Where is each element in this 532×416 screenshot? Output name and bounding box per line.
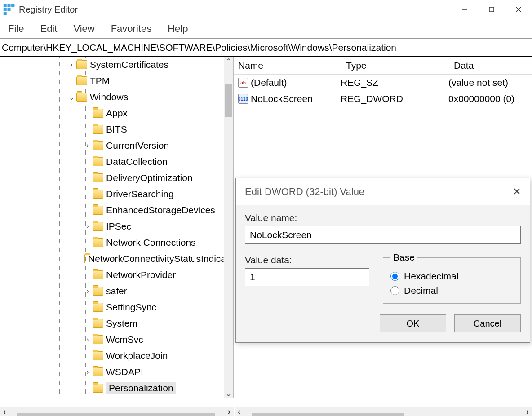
scroll-left-icon[interactable]: ‹ bbox=[0, 407, 9, 416]
menu-edit[interactable]: Edit bbox=[34, 20, 63, 37]
folder-icon bbox=[93, 141, 103, 150]
folder-icon bbox=[84, 254, 85, 263]
column-data[interactable]: Data bbox=[449, 60, 532, 71]
tree-item-workplacejoin[interactable]: WorkplaceJoin bbox=[0, 348, 225, 364]
chevron-right-icon[interactable]: › bbox=[84, 368, 92, 376]
tree-item-label: DriverSearching bbox=[106, 189, 174, 199]
edit-dword-dialog: Edit DWORD (32-bit) Value ✕ Value name: … bbox=[235, 178, 530, 343]
address-bar[interactable]: Computer\HKEY_LOCAL_MACHINE\SOFTWARE\Pol… bbox=[0, 39, 532, 57]
column-name[interactable]: Name bbox=[234, 60, 341, 71]
tree-item-ipsec[interactable]: ›IPSec bbox=[0, 218, 225, 235]
tree-item-label: Personalization bbox=[109, 383, 173, 393]
tree-item-wcmsvc[interactable]: ›WcmSvc bbox=[0, 332, 225, 348]
radio-decimal[interactable]: Decimal bbox=[390, 285, 513, 296]
folder-icon bbox=[93, 173, 103, 182]
menu-help[interactable]: Help bbox=[161, 20, 194, 37]
minimize-button[interactable] bbox=[451, 0, 478, 19]
tree-item-label: Appx bbox=[106, 108, 128, 118]
values-pane: Name Type Data ab(Default)REG_SZ(value n… bbox=[234, 57, 532, 398]
tree-item-safer[interactable]: ›safer bbox=[0, 283, 225, 299]
tree-item-label: WorkplaceJoin bbox=[106, 350, 168, 361]
tree-horizontal-scrollbar[interactable]: ‹ › bbox=[0, 407, 234, 416]
tree-item-wsdapi[interactable]: ›WSDAPI bbox=[0, 364, 225, 380]
values-horizontal-scrollbar[interactable]: ‹ › bbox=[235, 407, 532, 416]
chevron-right-icon[interactable]: › bbox=[84, 336, 92, 344]
tree-vertical-scrollbar[interactable]: ⌃ ⌄ bbox=[224, 57, 233, 398]
chevron-right-icon[interactable]: › bbox=[84, 142, 92, 150]
scroll-up-icon[interactable]: ⌃ bbox=[224, 57, 233, 66]
tree-item-personalization[interactable]: Personalization bbox=[0, 380, 225, 396]
column-type[interactable]: Type bbox=[341, 60, 449, 71]
scroll-right-icon[interactable]: › bbox=[225, 407, 234, 416]
tree-item-enhancedstoragedevices[interactable]: EnhancedStorageDevices bbox=[0, 202, 225, 218]
tree-item-settingsync[interactable]: SettingSync bbox=[0, 299, 225, 315]
value-name: (Default) bbox=[251, 77, 341, 88]
scroll-thumb[interactable] bbox=[225, 84, 232, 117]
menu-file[interactable]: File bbox=[2, 20, 30, 37]
tree-item-label: NetworkProvider bbox=[106, 270, 176, 280]
tree-item-system[interactable]: System bbox=[0, 315, 225, 332]
maximize-button[interactable] bbox=[478, 0, 505, 19]
tree-item-deliveryoptimization[interactable]: DeliveryOptimization bbox=[0, 170, 225, 186]
folder-icon bbox=[93, 125, 103, 134]
address-path: Computer\HKEY_LOCAL_MACHINE\SOFTWARE\Pol… bbox=[2, 42, 396, 53]
radio-hexadecimal[interactable]: Hexadecimal bbox=[390, 271, 513, 282]
value-data: 0x00000000 (0) bbox=[448, 93, 532, 104]
svg-point-6 bbox=[11, 4, 14, 7]
value-data-input[interactable] bbox=[245, 268, 369, 286]
tree-item-appx[interactable]: Appx bbox=[0, 105, 225, 121]
tree-item-label: System bbox=[106, 318, 137, 328]
values-header: Name Type Data bbox=[234, 57, 532, 75]
chevron-right-icon[interactable]: › bbox=[84, 222, 92, 230]
value-row[interactable]: ab(Default)REG_SZ(value not set) bbox=[234, 75, 532, 91]
tree-item-label: Windows bbox=[90, 92, 128, 102]
folder-icon bbox=[76, 76, 87, 85]
menu-view[interactable]: View bbox=[67, 20, 101, 37]
tree-item-label: IPSec bbox=[106, 221, 131, 231]
folder-icon bbox=[93, 206, 103, 215]
value-name-input[interactable] bbox=[245, 226, 521, 244]
tree-item-networkconnectivitystatusindicator[interactable]: NetworkConnectivityStatusIndicator bbox=[0, 251, 225, 267]
reg-sz-icon: ab bbox=[238, 78, 248, 88]
value-name: NoLockScreen bbox=[251, 93, 341, 104]
folder-icon bbox=[93, 287, 103, 296]
chevron-down-icon[interactable]: ⌄ bbox=[67, 93, 75, 102]
tree-item-label: WSDAPI bbox=[106, 367, 143, 377]
tree-item-label: SettingSync bbox=[106, 302, 156, 312]
tree-item-systemcertificates[interactable]: ›SystemCertificates bbox=[0, 57, 225, 73]
value-data-label: Value data: bbox=[245, 255, 369, 266]
value-type: REG_SZ bbox=[341, 77, 448, 88]
menu-favorites[interactable]: Favorites bbox=[105, 20, 158, 37]
radio-hex-input[interactable] bbox=[390, 272, 399, 281]
scroll-right-icon[interactable]: › bbox=[523, 407, 532, 416]
tree-item-windows[interactable]: ⌄Windows bbox=[0, 89, 225, 105]
tree-item-driversearching[interactable]: DriverSearching bbox=[0, 186, 225, 202]
tree-item-label: DataCollection bbox=[106, 156, 168, 167]
value-row[interactable]: 0110NoLockScreenREG_DWORD0x00000000 (0) bbox=[234, 91, 532, 107]
folder-icon bbox=[93, 109, 103, 118]
scroll-left-icon[interactable]: ‹ bbox=[235, 407, 244, 416]
radio-dec-input[interactable] bbox=[390, 286, 399, 295]
svg-rect-5 bbox=[4, 12, 7, 15]
tree-item-currentversion[interactable]: ›CurrentVersion bbox=[0, 137, 225, 154]
cancel-button[interactable]: Cancel bbox=[454, 314, 521, 332]
tree-item-bits[interactable]: BITS bbox=[0, 121, 225, 137]
tree-item-datacollection[interactable]: DataCollection bbox=[0, 154, 225, 170]
svg-rect-1 bbox=[8, 4, 11, 7]
close-button[interactable] bbox=[505, 0, 532, 19]
tree-item-network-connections[interactable]: Network Connections bbox=[0, 235, 225, 251]
dialog-titlebar[interactable]: Edit DWORD (32-bit) Value ✕ bbox=[236, 178, 530, 205]
tree-pane: ›SystemCertificatesTPM⌄WindowsAppxBITS›C… bbox=[0, 57, 234, 398]
folder-icon bbox=[93, 270, 103, 279]
regedit-icon bbox=[3, 3, 15, 16]
scroll-down-icon[interactable]: ⌄ bbox=[224, 389, 233, 398]
tree-item-tpm[interactable]: TPM bbox=[0, 73, 225, 89]
chevron-right-icon[interactable]: › bbox=[84, 287, 92, 295]
ok-button[interactable]: OK bbox=[380, 314, 446, 332]
chevron-right-icon[interactable]: › bbox=[67, 61, 75, 69]
dialog-close-icon[interactable]: ✕ bbox=[513, 186, 521, 198]
tree-item-networkprovider[interactable]: NetworkProvider bbox=[0, 267, 225, 283]
reg-dword-icon: 0110 bbox=[238, 94, 248, 104]
folder-icon bbox=[93, 367, 103, 376]
tree-item-label: safer bbox=[106, 286, 127, 296]
